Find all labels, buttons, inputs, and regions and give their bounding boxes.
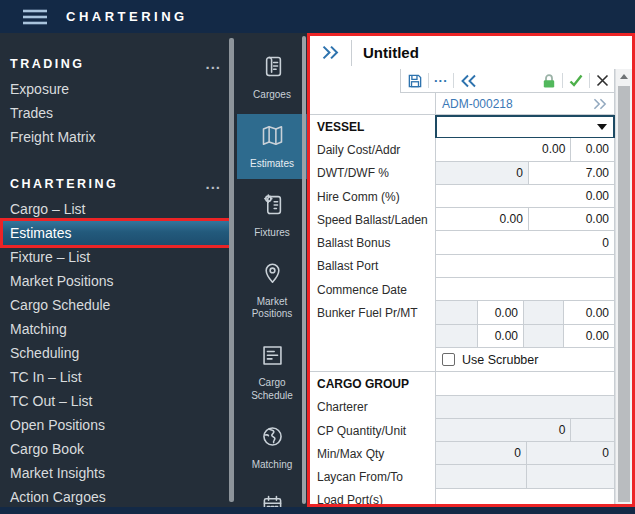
sidebar-item-freight-matrix[interactable]: Freight Matrix (3, 125, 230, 149)
sidebar-item-open-positions[interactable]: Open Positions (3, 413, 230, 437)
sidebar-item-market-positions[interactable]: Market Positions (3, 269, 230, 293)
form-row-cp-quantity-unit: CP Quantity/Unit0 (310, 419, 615, 442)
field-cell[interactable]: 7.00 (528, 162, 614, 185)
field-cell: 0 (436, 162, 528, 185)
field-cell[interactable]: 0.00 (563, 325, 614, 348)
field-label: Bunker Fuel Pr/MT (310, 301, 435, 324)
sidebar-item-label: Freight Matrix (10, 129, 96, 145)
rail-item-label: Market Positions (239, 296, 305, 321)
scroll-gear-icon (259, 191, 286, 227)
field-cell (436, 301, 477, 324)
rail-item-estimates[interactable]: Estimates (237, 114, 307, 179)
more-options-icon[interactable]: ... (434, 75, 448, 87)
field-cell[interactable]: 0.00 (563, 301, 614, 324)
estimate-reference-link[interactable]: ADM-000218 (436, 97, 513, 111)
panel-header: Untitled (310, 36, 632, 69)
form-row-charterer: Charterer (310, 396, 615, 419)
sidebar-item-label: Scheduling (10, 345, 79, 361)
bottom-bar (0, 507, 635, 514)
form-row-commence-date: Commence Date (310, 278, 615, 301)
panel-body: ... (310, 69, 632, 504)
sidebar-item-scheduling[interactable]: Scheduling (3, 341, 230, 365)
map-icon (259, 122, 286, 158)
hamburger-icon[interactable] (22, 8, 48, 26)
rail-item-label: Estimates (250, 158, 294, 171)
sidebar-item-tc-out-list[interactable]: TC Out – List (3, 389, 230, 413)
field-label: Min/Max Qty (310, 442, 435, 465)
rail-item-cargo-schedule[interactable]: Cargo Schedule (237, 334, 307, 412)
field-cell[interactable]: 0.00 (477, 301, 523, 324)
confirm-check-icon[interactable] (568, 73, 584, 88)
field-cell[interactable] (436, 489, 614, 504)
field-cell[interactable] (436, 255, 614, 278)
section-menu-dots-icon[interactable]: ... (205, 60, 221, 68)
chart-icon (259, 342, 286, 378)
field-cell[interactable]: 0.00 (477, 325, 523, 348)
sidebar-item-trades[interactable]: Trades (3, 101, 230, 125)
sidebar-item-cargo-schedule[interactable]: Cargo Schedule (3, 293, 230, 317)
open-reference-icon[interactable] (592, 98, 608, 110)
rail-item-scheduling[interactable]: Scheduling (237, 484, 307, 507)
form-row-vessel: VESSEL (310, 115, 615, 138)
field-cell (570, 419, 614, 442)
sidebar-item-label: Estimates (10, 225, 71, 241)
rail-item-fixtures[interactable]: Fixtures (237, 183, 307, 248)
field-cell (436, 396, 614, 419)
toolbar-separator (562, 73, 563, 88)
form-row-bunker-fuel-pr-mt: Bunker Fuel Pr/MT0.000.00 (310, 301, 615, 324)
scrollbar-thumb[interactable] (618, 86, 630, 502)
sidebar-item-tc-in-list[interactable]: TC In – List (3, 365, 230, 389)
field-cell: 0 (436, 419, 570, 442)
section-menu-dots-icon[interactable]: ... (205, 180, 221, 188)
sidebar-item-cargo-list[interactable]: Cargo – List (3, 197, 230, 221)
field-cell[interactable] (436, 278, 614, 301)
sidebar-item-label: Exposure (10, 81, 69, 97)
sidebar-scrollbar[interactable] (229, 38, 234, 502)
field-cell (523, 301, 563, 324)
field-label: CARGO GROUP (310, 372, 435, 395)
form-row-hire-comm: Hire Comm (%)0.00 (310, 185, 615, 208)
close-icon[interactable] (595, 73, 610, 88)
sidebar-item-label: Open Positions (10, 417, 105, 433)
field-label: Hire Comm (%) (310, 185, 435, 208)
form-row-ballast-bonus: Ballast Bonus0 (310, 231, 615, 254)
rail-item-cargoes[interactable]: Cargoes (237, 45, 307, 110)
form-row-cargo-group: CARGO GROUP (310, 371, 615, 395)
lock-icon[interactable] (541, 73, 557, 89)
use-scrubber-label: Use Scrubber (462, 353, 538, 367)
sidebar-item-market-insights[interactable]: Market Insights (3, 461, 230, 485)
sidebar-item-exposure[interactable]: Exposure (3, 77, 230, 101)
field-label: Daily Cost/Addr (310, 138, 435, 161)
field-cell[interactable]: 0.00 (436, 138, 570, 161)
field-cell[interactable] (436, 372, 614, 395)
field-cell[interactable]: 0.00 (436, 208, 528, 231)
field-cell[interactable]: 0.00 (570, 138, 614, 161)
rail-item-market-positions[interactable]: Market Positions (237, 252, 307, 330)
app-title: CHARTERING (66, 9, 188, 24)
use-scrubber-checkbox[interactable] (442, 353, 455, 366)
field-cell: 0 (526, 442, 614, 465)
sidebar: TRADING...ExposureTradesFreight MatrixCH… (0, 33, 237, 507)
vessel-dropdown[interactable] (435, 115, 615, 139)
panel-scrollbar[interactable] (615, 69, 632, 504)
form-row-daily-cost-addr: Daily Cost/Addr0.000.00 (310, 138, 615, 161)
sidebar-item-matching[interactable]: Matching (3, 317, 230, 341)
sidebar-item-fixture-list[interactable]: Fixture – List (3, 245, 230, 269)
save-icon[interactable] (407, 73, 423, 89)
sidebar-item-action-cargoes[interactable]: Action Cargoes (3, 485, 230, 507)
rail-item-matching[interactable]: Matching (237, 415, 307, 480)
field-label: Laycan From/To (310, 465, 435, 488)
toolbar: ... (400, 69, 615, 93)
form-row-laycan-from-to: Laycan From/To (310, 465, 615, 488)
sidebar-item-cargo-book[interactable]: Cargo Book (3, 437, 230, 461)
field-label: Ballast Bonus (310, 231, 435, 254)
field-cell (523, 325, 563, 348)
expand-right-icon[interactable] (320, 45, 341, 60)
field-cell[interactable]: 0 (436, 231, 614, 254)
field-cell[interactable]: 0.00 (528, 208, 614, 231)
sidebar-item-estimates[interactable]: Estimates (3, 221, 230, 245)
field-cell[interactable]: 0.00 (436, 185, 614, 208)
rail-scrollbar[interactable] (302, 36, 306, 504)
scroll-up-icon[interactable] (616, 69, 632, 84)
collapse-left-icon[interactable] (459, 74, 478, 88)
